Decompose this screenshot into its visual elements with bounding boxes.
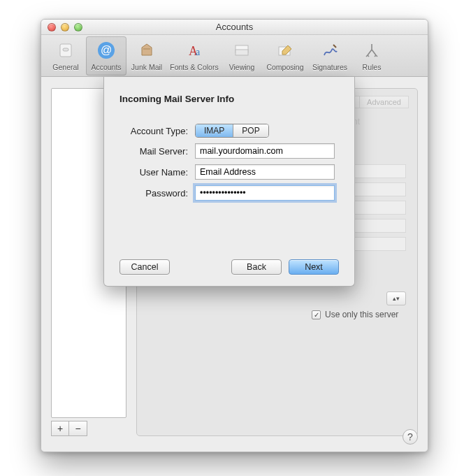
signature-icon xyxy=(319,40,340,61)
toolbar-rules[interactable]: Rules xyxy=(351,36,392,75)
preferences-toolbar: General @ Accounts Junk Mail Aa Fonts & … xyxy=(41,35,428,77)
toolbar-general[interactable]: General xyxy=(45,36,86,75)
back-button[interactable]: Back xyxy=(231,259,282,275)
account-type-segmented: IMAP POP xyxy=(195,124,269,138)
user-name-input[interactable] xyxy=(195,164,335,180)
user-name-label: User Name: xyxy=(119,167,195,178)
at-icon: @ xyxy=(96,40,117,61)
toolbar-accounts[interactable]: @ Accounts xyxy=(86,36,126,75)
viewing-icon xyxy=(231,40,252,61)
help-button[interactable]: ? xyxy=(403,429,418,445)
remove-account-button[interactable]: − xyxy=(69,421,87,436)
toolbar-fonts[interactable]: Aa Fonts & Colors xyxy=(167,36,222,75)
svg-rect-7 xyxy=(235,50,248,55)
titlebar[interactable]: Accounts xyxy=(41,20,428,35)
toolbar-label: Fonts & Colors xyxy=(170,63,218,71)
mail-server-input[interactable] xyxy=(195,143,335,159)
row-password: Password: xyxy=(119,185,339,201)
svg-text:@: @ xyxy=(101,44,112,56)
fonts-icon: Aa xyxy=(184,40,205,61)
sidebar-buttons: + − xyxy=(51,421,126,436)
toolbar-composing[interactable]: Composing xyxy=(262,36,308,75)
recycle-icon xyxy=(136,40,157,61)
rules-icon xyxy=(361,40,382,61)
compose-icon xyxy=(275,40,296,61)
password-input[interactable] xyxy=(195,185,335,201)
toolbar-label: Rules xyxy=(363,63,382,71)
toolbar-viewing[interactable]: Viewing xyxy=(222,36,262,75)
toolbar-label: Accounts xyxy=(91,63,121,71)
incoming-server-sheet: Incoming Mail Server Info Account Type: … xyxy=(103,77,355,287)
account-type-imap[interactable]: IMAP xyxy=(196,124,233,137)
toolbar-label: Signatures xyxy=(312,63,347,71)
account-type-pop[interactable]: POP xyxy=(233,124,268,137)
checkbox-icon[interactable]: ✓ xyxy=(312,310,321,319)
use-only-label: Use only this server xyxy=(325,310,398,319)
add-account-button[interactable]: + xyxy=(51,421,69,436)
row-user-name: User Name: xyxy=(119,164,339,180)
cancel-button[interactable]: Cancel xyxy=(119,259,170,275)
toolbar-label: Junk Mail xyxy=(131,63,162,71)
password-label: Password: xyxy=(119,188,195,199)
sheet-title: Incoming Mail Server Info xyxy=(119,94,339,104)
smtp-popup-icon: ▴▾ xyxy=(386,291,406,305)
toolbar-label: Composing xyxy=(266,63,303,71)
toolbar-label: Viewing xyxy=(229,63,255,71)
toolbar-junk[interactable]: Junk Mail xyxy=(126,36,167,75)
mail-server-label: Mail Server: xyxy=(119,146,195,157)
row-mail-server: Mail Server: xyxy=(119,143,339,159)
use-only-this-server[interactable]: ✓ Use only this server xyxy=(312,310,398,319)
row-account-type: Account Type: IMAP POP xyxy=(119,124,339,138)
sheet-footer: Cancel Back Next xyxy=(119,259,339,275)
toolbar-signatures[interactable]: Signatures xyxy=(308,36,351,75)
toolbar-label: General xyxy=(52,63,78,71)
next-button[interactable]: Next xyxy=(289,259,339,275)
window-title: Accounts xyxy=(41,22,428,32)
svg-text:a: a xyxy=(196,47,201,57)
svg-rect-1 xyxy=(63,48,68,51)
account-type-label: Account Type: xyxy=(119,126,195,136)
bg-tab: Advanced xyxy=(360,96,409,108)
switch-icon xyxy=(55,40,76,61)
